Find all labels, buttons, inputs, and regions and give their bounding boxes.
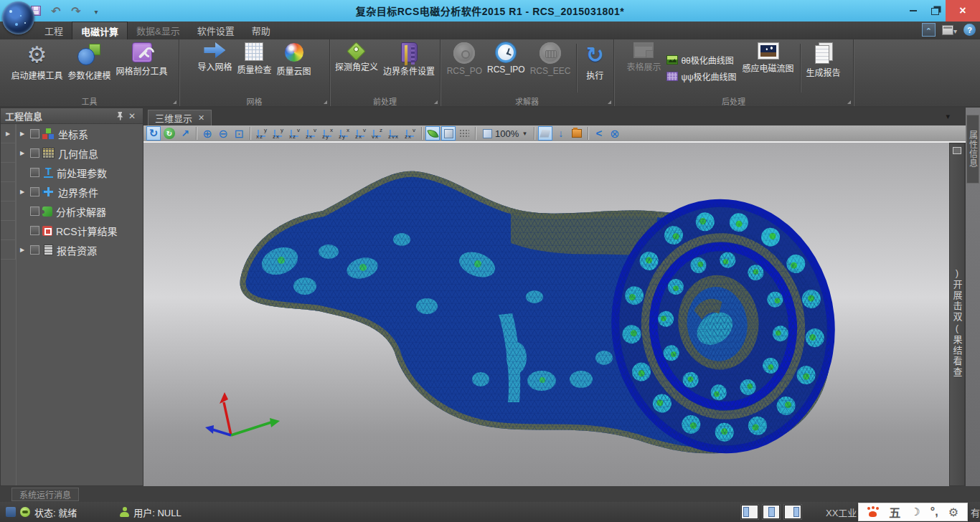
view-orientation-zy-x[interactable]: zyx bbox=[336, 126, 352, 141]
view-orientation-zx-v[interactable]: zxv bbox=[353, 126, 368, 141]
window-style-button[interactable] bbox=[942, 23, 957, 37]
ribbon-tab-数据&显示[interactable]: 数据&显示 bbox=[128, 22, 189, 39]
wireframe-mode-button[interactable] bbox=[441, 126, 456, 141]
tree-item-报告资源[interactable]: ▶报告资源 bbox=[1, 240, 143, 260]
tree-item-前处理参数[interactable]: T前处理参数 bbox=[1, 163, 143, 182]
tabstrip-dropdown-caret[interactable]: ▾ bbox=[946, 112, 950, 121]
pin-panel-button[interactable] bbox=[113, 110, 126, 122]
tree-item-几何信息[interactable]: ▶几何信息 bbox=[1, 143, 143, 163]
tree-expander-icon[interactable]: ▶ bbox=[16, 150, 29, 156]
layout-right-button[interactable] bbox=[784, 505, 801, 519]
view-orientation-zvx[interactable]: zvx bbox=[386, 126, 401, 141]
close-view-button[interactable] bbox=[608, 126, 622, 141]
view-orientation-vx-z[interactable]: vxz bbox=[369, 126, 385, 141]
group-dialog-launcher-icon[interactable] bbox=[324, 100, 327, 104]
tree-gutter-cell bbox=[1, 240, 16, 260]
rotate-view-button[interactable] bbox=[146, 126, 161, 141]
view-orientation-zx-v[interactable]: zxv bbox=[303, 126, 319, 141]
tree-item-RCS计算结果[interactable]: RCS计算结果 bbox=[1, 221, 143, 240]
group-dialog-launcher-icon[interactable] bbox=[608, 100, 611, 104]
close-button[interactable]: × bbox=[946, 0, 980, 22]
view-results-strip[interactable]: )开展击双(果结看查 bbox=[949, 143, 965, 486]
tab-3d-display[interactable]: 三维显示 ✕ bbox=[148, 110, 212, 125]
points-mode-button[interactable] bbox=[457, 126, 471, 141]
ribbon-tab-软件设置[interactable]: 软件设置 bbox=[189, 22, 243, 39]
close-panel-button[interactable]: ✕ bbox=[126, 110, 138, 122]
ribbon-tab-帮助[interactable]: 帮助 bbox=[243, 22, 279, 39]
ribbon-button-网格剖分工具[interactable]: 网格剖分工具 bbox=[114, 41, 170, 95]
ime-settings-gear-icon[interactable] bbox=[948, 506, 958, 519]
ribbon: 启动建模工具参数化建模网格剖分工具工具导入网格质量检查质量云图网格探测角定义边界… bbox=[0, 39, 980, 106]
save-view-button[interactable] bbox=[554, 126, 568, 141]
tab-system-messages[interactable]: 系统运行消息 bbox=[11, 488, 79, 501]
ribbon-button-RCS_EEC[interactable]: RCS_EEC bbox=[528, 41, 573, 95]
ribbon-tab-工程[interactable]: 工程 bbox=[36, 22, 72, 39]
help-button[interactable] bbox=[963, 23, 976, 37]
ribbon-button-RCS_PO[interactable]: RCS_PO bbox=[445, 41, 484, 95]
tree-checkbox[interactable] bbox=[30, 245, 39, 255]
quality-check-grid-icon bbox=[245, 42, 263, 61]
tree-checkbox[interactable] bbox=[30, 129, 39, 138]
ribbon-button-θθ极化曲线图[interactable]: θθ极化曲线图 bbox=[665, 53, 738, 67]
view-orientation-zy-x[interactable]: zyx bbox=[320, 126, 335, 141]
tree-checkbox[interactable] bbox=[30, 226, 39, 235]
layout-left-button[interactable] bbox=[741, 505, 758, 519]
ribbon-button-ψψ极化曲线图[interactable]: ψψ极化曲线图 bbox=[665, 70, 738, 83]
restore-button[interactable] bbox=[924, 0, 946, 22]
ribbon-button-边界条件设置[interactable]: 边界条件设置 bbox=[381, 41, 437, 95]
tab-properties-info[interactable]: 属性信息 bbox=[966, 115, 979, 184]
pan-view-button[interactable] bbox=[178, 126, 192, 141]
layout-center-button[interactable] bbox=[763, 505, 780, 519]
ime-punctuation-toggle[interactable]: °, bbox=[930, 506, 938, 518]
close-tab-icon[interactable]: ✕ bbox=[198, 113, 204, 123]
view-orientation-zx-y[interactable]: zxy bbox=[270, 126, 286, 141]
boundary-condition-icon bbox=[42, 186, 55, 197]
ribbon-button-质量检查[interactable]: 质量检查 bbox=[235, 41, 273, 95]
shaded-mode-button[interactable] bbox=[425, 126, 440, 141]
render-canvas[interactable]: Mesh Quality 1.711.631.551.471.391.311.2… bbox=[143, 143, 949, 486]
zoom-window-button[interactable] bbox=[232, 126, 246, 141]
ribbon-button-执行[interactable]: 执行 bbox=[580, 41, 609, 95]
tree-checkbox[interactable] bbox=[30, 148, 39, 158]
ime-fullhalf-moon-icon[interactable] bbox=[910, 506, 920, 518]
ribbon-button-质量云图[interactable]: 质量云图 bbox=[275, 41, 314, 95]
ribbon-button-参数化建模[interactable]: 参数化建模 bbox=[65, 41, 113, 95]
ribbon-button-感应电磁流图[interactable]: 感应电磁流图 bbox=[740, 41, 796, 95]
tree-item-坐标系[interactable]: ▶▶坐标系 bbox=[1, 124, 143, 143]
expand-panel-icon bbox=[953, 147, 961, 154]
tree-item-边界条件[interactable]: ▶边界条件 bbox=[1, 182, 143, 201]
zoom-in-button[interactable] bbox=[200, 126, 215, 141]
app-logo[interactable] bbox=[2, 1, 34, 34]
group-dialog-launcher-icon[interactable] bbox=[434, 100, 438, 104]
ime-logo-paw-icon[interactable] bbox=[867, 507, 879, 517]
ribbon-button-表格展示[interactable]: 表格展示 bbox=[624, 41, 663, 95]
tree-checkbox[interactable] bbox=[30, 187, 39, 196]
orbit-view-button[interactable] bbox=[162, 126, 176, 141]
copy-view-button[interactable] bbox=[570, 126, 584, 141]
tree-checkbox[interactable] bbox=[30, 207, 39, 216]
tree-checkbox[interactable] bbox=[30, 168, 39, 177]
ribbon-button-生成报告[interactable]: 生成报告 bbox=[804, 41, 843, 95]
tree-expander-icon[interactable]: ▶ bbox=[16, 189, 29, 195]
analysis-solver-icon bbox=[42, 207, 52, 217]
tree-expander-icon[interactable]: ▶ bbox=[16, 247, 29, 253]
select-region-button[interactable] bbox=[538, 126, 552, 141]
view-orientation-xz-y[interactable]: xzy bbox=[254, 126, 269, 141]
share-view-button[interactable] bbox=[592, 126, 606, 141]
tree-expander-icon[interactable]: ▶ bbox=[16, 130, 29, 137]
group-dialog-launcher-icon[interactable] bbox=[173, 100, 176, 104]
ime-wubi-mode[interactable]: 五 bbox=[889, 503, 900, 521]
ribbon-button-导入网格[interactable]: 导入网格 bbox=[195, 41, 234, 95]
ribbon-button-探测角定义[interactable]: 探测角定义 bbox=[333, 41, 380, 95]
tree-item-分析求解器[interactable]: 分析求解器 bbox=[1, 201, 143, 221]
minimize-button[interactable] bbox=[903, 0, 924, 22]
zoom-out-button[interactable] bbox=[216, 126, 230, 141]
ribbon-button-RCS_IPO[interactable]: RCS_IPO bbox=[485, 41, 527, 95]
collapse-ribbon-button[interactable] bbox=[922, 23, 936, 37]
view-orientation-zx-v[interactable]: zxv bbox=[402, 126, 418, 141]
zoom-level-dropdown[interactable]: 100%▾ bbox=[479, 126, 530, 141]
group-dialog-launcher-icon[interactable] bbox=[847, 100, 851, 104]
ribbon-button-启动建模工具[interactable]: 启动建模工具 bbox=[9, 41, 65, 95]
ribbon-tab-电磁计算[interactable]: 电磁计算 bbox=[72, 22, 128, 39]
view-orientation-xz-v[interactable]: xzv bbox=[287, 126, 302, 141]
